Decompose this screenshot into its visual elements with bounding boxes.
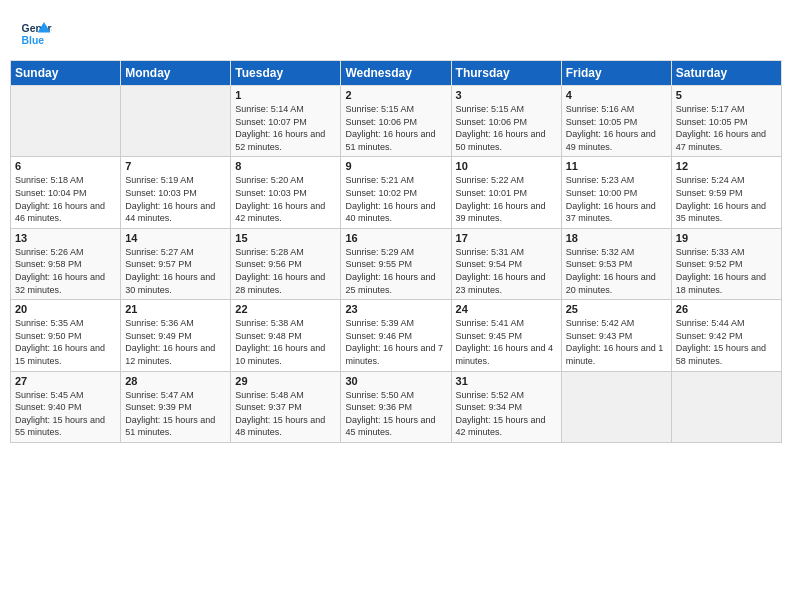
cell-info: Sunrise: 5:28 AM Sunset: 9:56 PM Dayligh… xyxy=(235,246,336,296)
calendar-cell: 24Sunrise: 5:41 AM Sunset: 9:45 PM Dayli… xyxy=(451,300,561,371)
day-number: 8 xyxy=(235,160,336,172)
day-number: 11 xyxy=(566,160,667,172)
cell-info: Sunrise: 5:45 AM Sunset: 9:40 PM Dayligh… xyxy=(15,389,116,439)
cell-info: Sunrise: 5:33 AM Sunset: 9:52 PM Dayligh… xyxy=(676,246,777,296)
cell-info: Sunrise: 5:24 AM Sunset: 9:59 PM Dayligh… xyxy=(676,174,777,224)
cell-info: Sunrise: 5:52 AM Sunset: 9:34 PM Dayligh… xyxy=(456,389,557,439)
day-number: 1 xyxy=(235,89,336,101)
calendar-cell: 16Sunrise: 5:29 AM Sunset: 9:55 PM Dayli… xyxy=(341,228,451,299)
svg-text:Blue: Blue xyxy=(22,35,45,46)
calendar-cell: 6Sunrise: 5:18 AM Sunset: 10:04 PM Dayli… xyxy=(11,157,121,228)
calendar-cell xyxy=(11,86,121,157)
calendar-cell: 21Sunrise: 5:36 AM Sunset: 9:49 PM Dayli… xyxy=(121,300,231,371)
cell-info: Sunrise: 5:14 AM Sunset: 10:07 PM Daylig… xyxy=(235,103,336,153)
cell-info: Sunrise: 5:50 AM Sunset: 9:36 PM Dayligh… xyxy=(345,389,446,439)
cell-info: Sunrise: 5:16 AM Sunset: 10:05 PM Daylig… xyxy=(566,103,667,153)
day-number: 23 xyxy=(345,303,446,315)
cell-info: Sunrise: 5:39 AM Sunset: 9:46 PM Dayligh… xyxy=(345,317,446,367)
calendar-cell: 28Sunrise: 5:47 AM Sunset: 9:39 PM Dayli… xyxy=(121,371,231,442)
day-number: 14 xyxy=(125,232,226,244)
calendar-cell: 22Sunrise: 5:38 AM Sunset: 9:48 PM Dayli… xyxy=(231,300,341,371)
calendar-cell: 3Sunrise: 5:15 AM Sunset: 10:06 PM Dayli… xyxy=(451,86,561,157)
calendar-cell xyxy=(671,371,781,442)
calendar-cell: 20Sunrise: 5:35 AM Sunset: 9:50 PM Dayli… xyxy=(11,300,121,371)
day-number: 3 xyxy=(456,89,557,101)
day-of-week-header: Thursday xyxy=(451,61,561,86)
cell-info: Sunrise: 5:35 AM Sunset: 9:50 PM Dayligh… xyxy=(15,317,116,367)
day-number: 17 xyxy=(456,232,557,244)
logo-icon: General Blue xyxy=(20,18,52,50)
day-number: 24 xyxy=(456,303,557,315)
day-number: 29 xyxy=(235,375,336,387)
calendar-cell: 14Sunrise: 5:27 AM Sunset: 9:57 PM Dayli… xyxy=(121,228,231,299)
cell-info: Sunrise: 5:17 AM Sunset: 10:05 PM Daylig… xyxy=(676,103,777,153)
day-of-week-header: Friday xyxy=(561,61,671,86)
calendar-cell: 29Sunrise: 5:48 AM Sunset: 9:37 PM Dayli… xyxy=(231,371,341,442)
cell-info: Sunrise: 5:18 AM Sunset: 10:04 PM Daylig… xyxy=(15,174,116,224)
calendar-cell: 13Sunrise: 5:26 AM Sunset: 9:58 PM Dayli… xyxy=(11,228,121,299)
day-number: 10 xyxy=(456,160,557,172)
cell-info: Sunrise: 5:19 AM Sunset: 10:03 PM Daylig… xyxy=(125,174,226,224)
cell-info: Sunrise: 5:26 AM Sunset: 9:58 PM Dayligh… xyxy=(15,246,116,296)
cell-info: Sunrise: 5:20 AM Sunset: 10:03 PM Daylig… xyxy=(235,174,336,224)
cell-info: Sunrise: 5:44 AM Sunset: 9:42 PM Dayligh… xyxy=(676,317,777,367)
day-number: 31 xyxy=(456,375,557,387)
day-number: 27 xyxy=(15,375,116,387)
calendar-cell: 4Sunrise: 5:16 AM Sunset: 10:05 PM Dayli… xyxy=(561,86,671,157)
cell-info: Sunrise: 5:27 AM Sunset: 9:57 PM Dayligh… xyxy=(125,246,226,296)
calendar-week-row: 20Sunrise: 5:35 AM Sunset: 9:50 PM Dayli… xyxy=(11,300,782,371)
day-number: 15 xyxy=(235,232,336,244)
day-of-week-header: Saturday xyxy=(671,61,781,86)
cell-info: Sunrise: 5:42 AM Sunset: 9:43 PM Dayligh… xyxy=(566,317,667,367)
calendar-cell: 5Sunrise: 5:17 AM Sunset: 10:05 PM Dayli… xyxy=(671,86,781,157)
calendar-cell: 23Sunrise: 5:39 AM Sunset: 9:46 PM Dayli… xyxy=(341,300,451,371)
cell-info: Sunrise: 5:15 AM Sunset: 10:06 PM Daylig… xyxy=(345,103,446,153)
page-header: General Blue xyxy=(10,10,782,54)
day-number: 6 xyxy=(15,160,116,172)
day-number: 9 xyxy=(345,160,446,172)
day-number: 13 xyxy=(15,232,116,244)
calendar-cell: 26Sunrise: 5:44 AM Sunset: 9:42 PM Dayli… xyxy=(671,300,781,371)
day-number: 21 xyxy=(125,303,226,315)
cell-info: Sunrise: 5:15 AM Sunset: 10:06 PM Daylig… xyxy=(456,103,557,153)
calendar-cell: 7Sunrise: 5:19 AM Sunset: 10:03 PM Dayli… xyxy=(121,157,231,228)
day-number: 26 xyxy=(676,303,777,315)
day-of-week-header: Tuesday xyxy=(231,61,341,86)
calendar-cell: 8Sunrise: 5:20 AM Sunset: 10:03 PM Dayli… xyxy=(231,157,341,228)
cell-info: Sunrise: 5:23 AM Sunset: 10:00 PM Daylig… xyxy=(566,174,667,224)
cell-info: Sunrise: 5:47 AM Sunset: 9:39 PM Dayligh… xyxy=(125,389,226,439)
cell-info: Sunrise: 5:38 AM Sunset: 9:48 PM Dayligh… xyxy=(235,317,336,367)
calendar-cell xyxy=(561,371,671,442)
day-number: 7 xyxy=(125,160,226,172)
calendar-header-row: SundayMondayTuesdayWednesdayThursdayFrid… xyxy=(11,61,782,86)
day-number: 22 xyxy=(235,303,336,315)
cell-info: Sunrise: 5:48 AM Sunset: 9:37 PM Dayligh… xyxy=(235,389,336,439)
day-number: 2 xyxy=(345,89,446,101)
cell-info: Sunrise: 5:22 AM Sunset: 10:01 PM Daylig… xyxy=(456,174,557,224)
calendar-cell: 15Sunrise: 5:28 AM Sunset: 9:56 PM Dayli… xyxy=(231,228,341,299)
calendar-cell: 17Sunrise: 5:31 AM Sunset: 9:54 PM Dayli… xyxy=(451,228,561,299)
cell-info: Sunrise: 5:36 AM Sunset: 9:49 PM Dayligh… xyxy=(125,317,226,367)
calendar-week-row: 1Sunrise: 5:14 AM Sunset: 10:07 PM Dayli… xyxy=(11,86,782,157)
calendar-cell: 27Sunrise: 5:45 AM Sunset: 9:40 PM Dayli… xyxy=(11,371,121,442)
calendar-cell: 1Sunrise: 5:14 AM Sunset: 10:07 PM Dayli… xyxy=(231,86,341,157)
day-of-week-header: Monday xyxy=(121,61,231,86)
calendar-cell: 30Sunrise: 5:50 AM Sunset: 9:36 PM Dayli… xyxy=(341,371,451,442)
calendar-cell xyxy=(121,86,231,157)
calendar-week-row: 6Sunrise: 5:18 AM Sunset: 10:04 PM Dayli… xyxy=(11,157,782,228)
day-number: 30 xyxy=(345,375,446,387)
day-of-week-header: Sunday xyxy=(11,61,121,86)
day-number: 4 xyxy=(566,89,667,101)
calendar-cell: 18Sunrise: 5:32 AM Sunset: 9:53 PM Dayli… xyxy=(561,228,671,299)
day-of-week-header: Wednesday xyxy=(341,61,451,86)
cell-info: Sunrise: 5:41 AM Sunset: 9:45 PM Dayligh… xyxy=(456,317,557,367)
calendar-cell: 19Sunrise: 5:33 AM Sunset: 9:52 PM Dayli… xyxy=(671,228,781,299)
day-number: 12 xyxy=(676,160,777,172)
cell-info: Sunrise: 5:21 AM Sunset: 10:02 PM Daylig… xyxy=(345,174,446,224)
calendar-cell: 10Sunrise: 5:22 AM Sunset: 10:01 PM Dayl… xyxy=(451,157,561,228)
cell-info: Sunrise: 5:32 AM Sunset: 9:53 PM Dayligh… xyxy=(566,246,667,296)
cell-info: Sunrise: 5:31 AM Sunset: 9:54 PM Dayligh… xyxy=(456,246,557,296)
day-number: 5 xyxy=(676,89,777,101)
day-number: 28 xyxy=(125,375,226,387)
calendar-week-row: 27Sunrise: 5:45 AM Sunset: 9:40 PM Dayli… xyxy=(11,371,782,442)
